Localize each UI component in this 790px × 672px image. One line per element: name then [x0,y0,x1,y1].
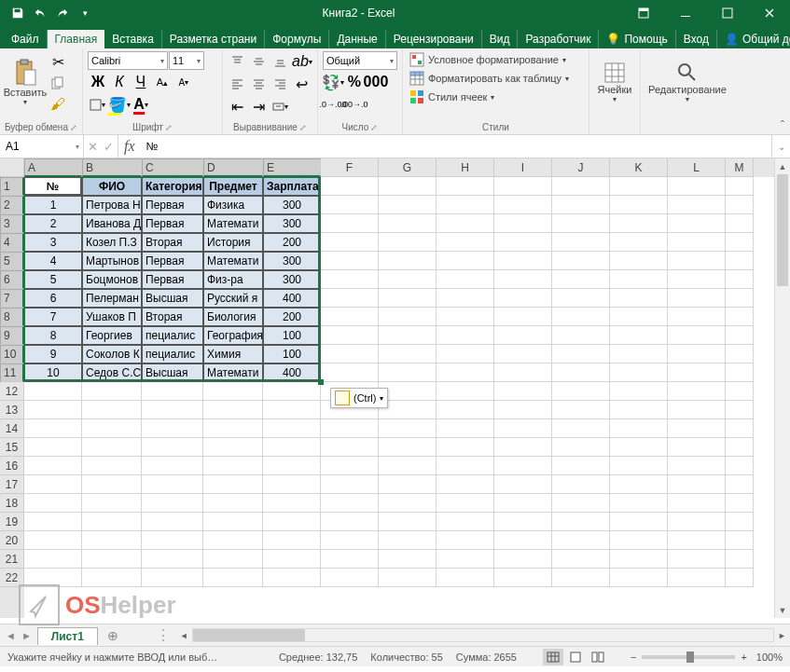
row-header-18[interactable]: 18 [0,494,24,513]
cell-L4[interactable] [668,233,726,252]
cell-M22[interactable] [726,569,754,587]
cell-E10[interactable]: 100 [263,345,321,363]
cell-L9[interactable] [668,326,726,345]
cell-F22[interactable] [321,569,379,587]
cell-A12[interactable] [24,382,82,401]
cut-button[interactable]: ✂ [48,51,68,72]
undo-button[interactable] [30,3,50,23]
cell-I12[interactable] [494,382,552,401]
cell-D15[interactable] [203,438,263,457]
cell-G9[interactable] [379,326,437,345]
cell-L12[interactable] [668,382,726,401]
cell-K22[interactable] [610,569,668,587]
cell-H9[interactable] [437,326,494,345]
cell-J11[interactable] [552,363,610,382]
column-header-I[interactable]: I [494,158,552,177]
cell-B8[interactable]: Ушаков П [82,308,142,326]
cell-C7[interactable]: Высшая [142,289,203,308]
cell-F21[interactable] [321,550,379,569]
cell-G7[interactable] [379,289,437,308]
cell-I7[interactable] [494,289,552,308]
cell-B10[interactable]: Соколов К [82,345,142,363]
cell-E22[interactable] [263,569,321,587]
cell-J2[interactable] [552,196,610,214]
row-header-8[interactable]: 8 [0,308,24,326]
wrap-text-button[interactable]: ↩ [292,74,312,94]
cell-F5[interactable] [321,252,379,270]
cell-C9[interactable]: пециалис [142,326,203,345]
zoom-in-button[interactable]: + [741,651,746,663]
cell-M4[interactable] [726,233,754,252]
cell-J3[interactable] [552,214,610,233]
column-header-M[interactable]: M [726,158,754,177]
cell-F1[interactable] [321,177,379,196]
cell-M19[interactable] [726,513,754,531]
cell-B22[interactable] [82,569,142,587]
cell-C15[interactable] [142,438,203,457]
cell-D18[interactable] [203,494,263,513]
cell-I18[interactable] [494,494,552,513]
cell-L2[interactable] [668,196,726,214]
cell-C2[interactable]: Первая [142,196,203,214]
cell-J20[interactable] [552,531,610,550]
row-header-11[interactable]: 11 [0,363,24,382]
cell-F2[interactable] [321,196,379,214]
cell-G8[interactable] [379,308,437,326]
cell-B13[interactable] [82,401,142,419]
paste-options-button[interactable]: (Ctrl)▾ [330,388,388,408]
cell-G1[interactable] [379,177,437,196]
cell-C1[interactable]: Категория [142,177,203,196]
cell-F17[interactable] [321,475,379,494]
cell-K13[interactable] [610,401,668,419]
italic-button[interactable]: К [109,72,130,92]
cell-F19[interactable] [321,513,379,531]
row-header-1[interactable]: 1 [0,177,24,196]
cell-G11[interactable] [379,363,437,382]
column-header-L[interactable]: L [668,158,726,177]
ribbon-display-button[interactable] [622,0,664,26]
maximize-button[interactable] [706,0,748,26]
tab-данные[interactable]: Данные [329,30,385,48]
cell-K15[interactable] [610,438,668,457]
column-header-C[interactable]: C [142,158,203,177]
cell-M1[interactable] [726,177,754,196]
cell-L21[interactable] [668,550,726,569]
qat-customize-button[interactable]: ▾ [75,3,95,23]
cell-A2[interactable]: 1 [24,196,82,214]
cell-B9[interactable]: Георгиев [82,326,142,345]
cell-J13[interactable] [552,401,610,419]
cell-H1[interactable] [437,177,494,196]
cell-H15[interactable] [437,438,494,457]
cell-D11[interactable]: Математи [203,363,263,382]
cell-J18[interactable] [552,494,610,513]
row-header-20[interactable]: 20 [0,531,24,550]
cell-K12[interactable] [610,382,668,401]
cell-I21[interactable] [494,550,552,569]
cell-B7[interactable]: Пелерман [82,289,142,308]
cell-L18[interactable] [668,494,726,513]
cell-B19[interactable] [82,513,142,531]
cell-E20[interactable] [263,531,321,550]
cell-I10[interactable] [494,345,552,363]
cell-D8[interactable]: Биология [203,308,263,326]
cell-M17[interactable] [726,475,754,494]
decrease-font-button[interactable]: A▾ [173,72,194,92]
cell-L22[interactable] [668,569,726,587]
cell-I15[interactable] [494,438,552,457]
cell-G22[interactable] [379,569,437,587]
cell-D1[interactable]: Предмет [203,177,263,196]
cell-H16[interactable] [437,457,494,475]
cell-L15[interactable] [668,438,726,457]
cell-H21[interactable] [437,550,494,569]
tab-вставка[interactable]: Вставка [104,30,162,48]
accept-formula-button[interactable]: ✓ [104,140,114,154]
orientation-button[interactable]: ab▾ [292,51,312,72]
cell-C5[interactable]: Первая [142,252,203,270]
page-break-view-button[interactable] [588,649,608,665]
cell-L5[interactable] [668,252,726,270]
cell-L6[interactable] [668,270,726,289]
cell-G10[interactable] [379,345,437,363]
cell-K6[interactable] [610,270,668,289]
cell-I17[interactable] [494,475,552,494]
cell-M6[interactable] [726,270,754,289]
